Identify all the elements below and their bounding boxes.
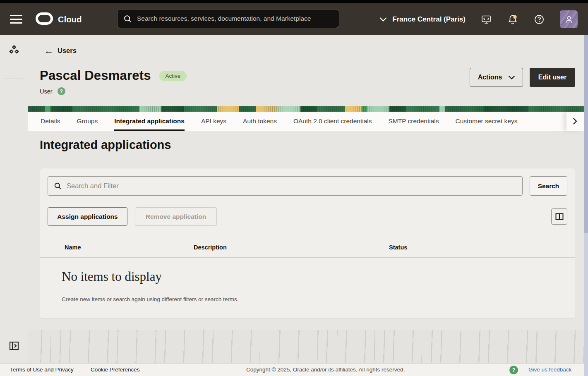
tab-details[interactable]: Details (41, 112, 60, 131)
oracle-logo-icon[interactable] (36, 12, 53, 25)
search-and-filter-field[interactable] (48, 176, 523, 196)
tab-bar: Details Groups Integrated applications A… (28, 112, 584, 131)
chevron-down-icon (509, 76, 515, 79)
search-icon (123, 14, 132, 23)
copyright-text: Copyright © 2025, Oracle and/or its affi… (246, 366, 405, 373)
rail-divider (5, 79, 23, 79)
hamburger-menu-icon[interactable] (10, 15, 22, 24)
edit-user-button[interactable]: Edit user (530, 68, 575, 87)
user-type-help-icon[interactable]: ? (58, 87, 65, 95)
table-header-row: Name Description Status (40, 238, 575, 258)
user-type-label: User (40, 88, 53, 95)
tab-smtp-credentials[interactable]: SMTP credentials (389, 112, 439, 131)
chevron-right-icon (573, 118, 577, 125)
tab-groups[interactable]: Groups (77, 112, 98, 131)
back-arrow-icon: ← (44, 46, 53, 55)
notifications-bell-icon[interactable] (507, 14, 518, 25)
status-badge: Active (159, 71, 187, 81)
main-content: ← Users Pascal Desmarets Active User ? A… (28, 35, 584, 363)
search-button[interactable]: Search (530, 176, 567, 196)
remove-application-button[interactable]: Remove application (135, 207, 217, 226)
tab-integrated-applications[interactable]: Integrated applications (114, 112, 185, 131)
column-header-name: Name (65, 244, 81, 251)
vertical-scrollbar[interactable] (584, 35, 588, 376)
columns-icon (555, 213, 564, 220)
tab-auth-tokens[interactable]: Auth tokens (243, 112, 277, 131)
feedback-help-icon[interactable]: ? (509, 366, 518, 374)
page-footer: Terms of Use and Privacy Cookie Preferen… (0, 363, 588, 376)
search-and-filter-input[interactable] (67, 182, 516, 190)
cloud-shell-icon[interactable] (480, 14, 492, 25)
tab-customer-secret-keys[interactable]: Customer secret keys (456, 112, 518, 131)
give-feedback-link[interactable]: Give us feedback (528, 366, 571, 373)
tab-api-keys[interactable]: API keys (201, 112, 226, 131)
breadcrumb[interactable]: ← Users (44, 46, 77, 55)
terms-link[interactable]: Terms of Use and Privacy (10, 366, 74, 373)
global-search[interactable] (117, 9, 339, 28)
global-search-input[interactable] (137, 15, 334, 22)
brand-label: Cloud (58, 15, 82, 24)
region-selector[interactable]: France Central (Paris) (380, 15, 466, 24)
user-avatar[interactable] (560, 10, 578, 28)
top-header: Cloud France Central (Paris) (0, 3, 588, 35)
manage-columns-button[interactable] (551, 208, 567, 225)
empty-state-title: No items to display (62, 269, 162, 284)
empty-state-message: Create new items or search again using d… (62, 296, 238, 302)
actions-button-label: Actions (478, 74, 502, 81)
page-title: Pascal Desmarets (40, 68, 151, 83)
person-icon (564, 15, 574, 24)
left-rail (0, 35, 28, 363)
expand-panel-icon[interactable] (9, 341, 19, 352)
column-header-status: Status (389, 244, 407, 251)
assign-applications-button[interactable]: Assign applications (48, 207, 127, 226)
decorative-banner (28, 106, 584, 112)
domains-icon[interactable] (8, 44, 20, 57)
section-heading: Integrated applications (40, 138, 171, 152)
search-icon (54, 182, 62, 190)
cookie-preferences-link[interactable]: Cookie Preferences (91, 366, 140, 373)
scrollbar-thumb[interactable] (584, 35, 588, 233)
window-top-strip (0, 0, 588, 3)
tab-oauth-client-credentials[interactable]: OAuth 2.0 client credentials (293, 112, 372, 131)
decorative-footer-pattern (28, 330, 584, 363)
integrated-applications-panel: Search Assign applications Remove applic… (40, 168, 575, 319)
tab-overflow-button[interactable] (566, 112, 584, 131)
help-icon[interactable] (533, 14, 545, 25)
column-header-description: Description (194, 244, 227, 251)
chevron-down-icon (380, 17, 386, 22)
actions-button[interactable]: Actions (470, 68, 523, 87)
region-label: France Central (Paris) (392, 15, 466, 24)
breadcrumb-users-link[interactable]: Users (58, 47, 77, 55)
notification-dot (513, 15, 516, 18)
